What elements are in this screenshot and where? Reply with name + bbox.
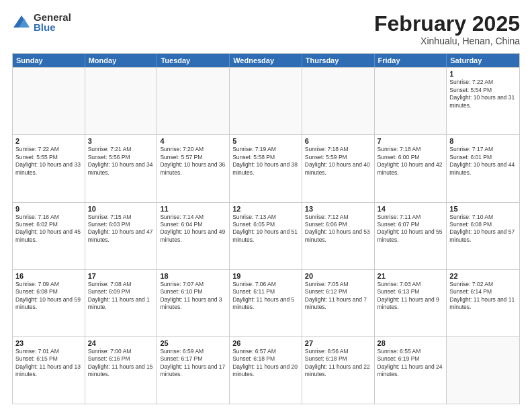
calendar-cell: 15Sunrise: 7:10 AM Sunset: 6:08 PM Dayli…: [447, 203, 519, 269]
calendar-cell: [230, 68, 302, 134]
calendar-cell: 17Sunrise: 7:08 AM Sunset: 6:09 PM Dayli…: [85, 270, 158, 336]
day-number: 1: [449, 70, 517, 78]
calendar-cell: [375, 68, 447, 134]
calendar-cell: 26Sunrise: 6:57 AM Sunset: 6:18 PM Dayli…: [230, 337, 302, 404]
calendar-cell: 14Sunrise: 7:11 AM Sunset: 6:07 PM Dayli…: [375, 203, 447, 269]
day-number: 11: [160, 205, 226, 213]
logo-general: General: [34, 12, 71, 22]
day-info: Sunrise: 7:22 AM Sunset: 5:54 PM Dayligh…: [449, 79, 517, 109]
logo: General Blue: [12, 12, 71, 32]
day-number: 10: [88, 205, 154, 213]
day-info: Sunrise: 6:55 AM Sunset: 6:19 PM Dayligh…: [378, 348, 444, 379]
weekday-header: Monday: [85, 54, 158, 67]
day-number: 6: [305, 137, 371, 145]
calendar-cell: 12Sunrise: 7:13 AM Sunset: 6:05 PM Dayli…: [230, 203, 302, 269]
calendar-cell: 16Sunrise: 7:09 AM Sunset: 6:08 PM Dayli…: [13, 270, 85, 336]
day-info: Sunrise: 7:03 AM Sunset: 6:13 PM Dayligh…: [378, 281, 444, 312]
day-info: Sunrise: 7:05 AM Sunset: 6:12 PM Dayligh…: [305, 281, 371, 312]
day-number: 3: [88, 137, 154, 145]
calendar-row: 23Sunrise: 7:01 AM Sunset: 6:15 PM Dayli…: [13, 336, 519, 404]
day-info: Sunrise: 7:20 AM Sunset: 5:57 PM Dayligh…: [160, 146, 226, 177]
calendar-row: 2Sunrise: 7:22 AM Sunset: 5:55 PM Daylig…: [13, 134, 519, 201]
calendar-row: 9Sunrise: 7:16 AM Sunset: 6:02 PM Daylig…: [13, 202, 519, 269]
day-info: Sunrise: 7:07 AM Sunset: 6:10 PM Dayligh…: [160, 281, 226, 312]
calendar-row: 1Sunrise: 7:22 AM Sunset: 5:54 PM Daylig…: [13, 67, 519, 134]
day-info: Sunrise: 7:22 AM Sunset: 5:55 PM Dayligh…: [15, 146, 82, 177]
day-number: 16: [15, 272, 82, 280]
calendar-cell: [85, 68, 158, 134]
weekday-header: Sunday: [13, 54, 85, 67]
day-number: 25: [160, 339, 226, 347]
day-number: 5: [232, 137, 299, 145]
day-info: Sunrise: 7:18 AM Sunset: 6:00 PM Dayligh…: [378, 146, 444, 177]
day-number: 20: [305, 272, 371, 280]
weekday-header: Thursday: [302, 54, 375, 67]
day-number: 18: [160, 272, 226, 280]
day-info: Sunrise: 7:14 AM Sunset: 6:04 PM Dayligh…: [160, 214, 226, 244]
weekday-header: Tuesday: [157, 54, 230, 67]
calendar-cell: 25Sunrise: 6:59 AM Sunset: 6:17 PM Dayli…: [157, 337, 230, 404]
day-number: 24: [88, 339, 154, 347]
day-info: Sunrise: 7:17 AM Sunset: 6:01 PM Dayligh…: [449, 146, 517, 177]
calendar-cell: 19Sunrise: 7:06 AM Sunset: 6:11 PM Dayli…: [230, 270, 302, 336]
day-info: Sunrise: 6:59 AM Sunset: 6:17 PM Dayligh…: [160, 348, 226, 379]
day-info: Sunrise: 7:11 AM Sunset: 6:07 PM Dayligh…: [378, 214, 444, 244]
calendar-cell: 1Sunrise: 7:22 AM Sunset: 5:54 PM Daylig…: [447, 68, 519, 134]
calendar-cell: [157, 68, 230, 134]
calendar-cell: 11Sunrise: 7:14 AM Sunset: 6:04 PM Dayli…: [157, 203, 230, 269]
logo-text: General Blue: [34, 12, 71, 32]
calendar-cell: 7Sunrise: 7:18 AM Sunset: 6:00 PM Daylig…: [375, 135, 447, 201]
calendar-cell: 3Sunrise: 7:21 AM Sunset: 5:56 PM Daylig…: [85, 135, 158, 201]
day-number: 26: [232, 339, 299, 347]
day-info: Sunrise: 7:00 AM Sunset: 6:16 PM Dayligh…: [88, 348, 154, 379]
day-info: Sunrise: 7:02 AM Sunset: 6:14 PM Dayligh…: [449, 281, 517, 312]
calendar-cell: 8Sunrise: 7:17 AM Sunset: 6:01 PM Daylig…: [447, 135, 519, 201]
calendar-header: SundayMondayTuesdayWednesdayThursdayFrid…: [13, 54, 519, 67]
day-info: Sunrise: 7:10 AM Sunset: 6:08 PM Dayligh…: [449, 214, 517, 244]
title-block: February 2025 Xinhualu, Henan, China: [374, 12, 520, 46]
calendar-cell: 22Sunrise: 7:02 AM Sunset: 6:14 PM Dayli…: [447, 270, 519, 336]
day-number: 7: [378, 137, 444, 145]
calendar-body: 1Sunrise: 7:22 AM Sunset: 5:54 PM Daylig…: [13, 67, 519, 404]
calendar-cell: [447, 337, 519, 404]
calendar-cell: 5Sunrise: 7:19 AM Sunset: 5:58 PM Daylig…: [230, 135, 302, 201]
calendar-cell: 6Sunrise: 7:18 AM Sunset: 5:59 PM Daylig…: [302, 135, 375, 201]
calendar-cell: 23Sunrise: 7:01 AM Sunset: 6:15 PM Dayli…: [13, 337, 85, 404]
title-month: February 2025: [374, 12, 520, 36]
day-info: Sunrise: 7:13 AM Sunset: 6:05 PM Dayligh…: [232, 214, 299, 244]
calendar-cell: 27Sunrise: 6:56 AM Sunset: 6:18 PM Dayli…: [302, 337, 375, 404]
logo-icon: [12, 13, 31, 32]
calendar-cell: 4Sunrise: 7:20 AM Sunset: 5:57 PM Daylig…: [157, 135, 230, 201]
day-info: Sunrise: 7:19 AM Sunset: 5:58 PM Dayligh…: [232, 146, 299, 177]
calendar-cell: [13, 68, 85, 134]
day-number: 27: [305, 339, 371, 347]
calendar: SundayMondayTuesdayWednesdayThursdayFrid…: [12, 53, 520, 404]
day-number: 22: [449, 272, 517, 280]
day-number: 15: [449, 205, 517, 213]
day-number: 13: [305, 205, 371, 213]
calendar-cell: 28Sunrise: 6:55 AM Sunset: 6:19 PM Dayli…: [375, 337, 447, 404]
calendar-cell: 20Sunrise: 7:05 AM Sunset: 6:12 PM Dayli…: [302, 270, 375, 336]
calendar-cell: 10Sunrise: 7:15 AM Sunset: 6:03 PM Dayli…: [85, 203, 158, 269]
day-info: Sunrise: 6:57 AM Sunset: 6:18 PM Dayligh…: [232, 348, 299, 379]
day-number: 4: [160, 137, 226, 145]
day-info: Sunrise: 7:16 AM Sunset: 6:02 PM Dayligh…: [15, 214, 82, 244]
weekday-header: Wednesday: [230, 54, 302, 67]
day-number: 14: [378, 205, 444, 213]
day-number: 8: [449, 137, 517, 145]
day-number: 9: [15, 205, 82, 213]
day-number: 12: [232, 205, 299, 213]
calendar-cell: 13Sunrise: 7:12 AM Sunset: 6:06 PM Dayli…: [302, 203, 375, 269]
calendar-cell: 2Sunrise: 7:22 AM Sunset: 5:55 PM Daylig…: [13, 135, 85, 201]
day-info: Sunrise: 7:09 AM Sunset: 6:08 PM Dayligh…: [15, 281, 82, 312]
day-number: 19: [232, 272, 299, 280]
day-number: 17: [88, 272, 154, 280]
day-info: Sunrise: 6:56 AM Sunset: 6:18 PM Dayligh…: [305, 348, 371, 379]
title-location: Xinhualu, Henan, China: [374, 36, 520, 46]
calendar-cell: 9Sunrise: 7:16 AM Sunset: 6:02 PM Daylig…: [13, 203, 85, 269]
weekday-header: Friday: [375, 54, 447, 67]
day-info: Sunrise: 7:12 AM Sunset: 6:06 PM Dayligh…: [305, 214, 371, 244]
day-info: Sunrise: 7:21 AM Sunset: 5:56 PM Dayligh…: [88, 146, 154, 177]
day-number: 2: [15, 137, 82, 145]
day-info: Sunrise: 7:01 AM Sunset: 6:15 PM Dayligh…: [15, 348, 82, 379]
